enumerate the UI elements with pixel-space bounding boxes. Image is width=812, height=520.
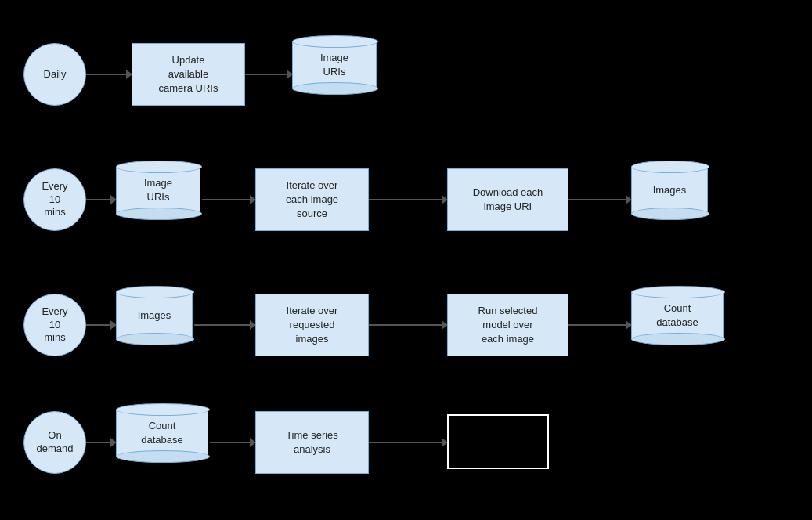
output-empty	[447, 414, 549, 469]
arrow-1a	[86, 74, 132, 75]
process-iterate-image-source: Iterate overeach imagesource	[255, 168, 369, 231]
db-image-uris-1: ImageURIs	[292, 35, 378, 95]
trigger-circle-on-demand: Ondemand	[23, 411, 86, 474]
trigger-circle-daily: Daily	[23, 43, 86, 106]
empty-rect	[447, 414, 549, 469]
trigger-on-demand: Ondemand	[23, 411, 86, 474]
process-rect-6: Time seriesanalysis	[255, 411, 369, 474]
db-image-uris-2: ImageURIs	[116, 161, 202, 220]
process-run-model: Run selectedmodel overeach image	[447, 294, 568, 356]
db-count-2: Countdatabase	[116, 403, 210, 463]
process-update-camera-uris: Updateavailablecamera URIs	[132, 43, 245, 106]
trigger-circle-10mins-2: Every10mins	[23, 294, 86, 356]
db-count-1: Countdatabase	[631, 286, 725, 345]
diagram: Daily Updateavailablecamera URIs ImageUR…	[0, 0, 812, 520]
arrow-3d	[568, 324, 631, 326]
process-iterate-requested: Iterate overrequestedimages	[255, 294, 369, 356]
trigger-every-10-mins-2: Every10mins	[23, 294, 86, 356]
db-images-1: Images	[631, 161, 709, 220]
arrow-1b	[245, 74, 292, 75]
process-download-image: Download eachimage URI	[447, 168, 568, 231]
process-time-series: Time seriesanalysis	[255, 411, 369, 474]
trigger-every-10-mins-1: Every10mins	[23, 168, 86, 231]
process-rect-4: Iterate overrequestedimages	[255, 294, 369, 356]
arrow-4a	[86, 442, 116, 443]
process-rect-5: Run selectedmodel overeach image	[447, 294, 568, 356]
arrow-4c	[369, 442, 447, 443]
arrow-4b	[210, 442, 255, 443]
arrow-2d	[568, 199, 631, 200]
process-rect-2: Iterate overeach imagesource	[255, 168, 369, 231]
arrow-3b	[194, 324, 255, 326]
arrow-3a	[86, 324, 116, 326]
process-rect: Updateavailablecamera URIs	[132, 43, 245, 106]
trigger-circle-10mins-1: Every10mins	[23, 168, 86, 231]
arrow-2c	[369, 199, 447, 200]
arrow-2b	[202, 199, 255, 200]
db-images-2: Images	[116, 286, 194, 345]
process-rect-3: Download eachimage URI	[447, 168, 568, 231]
arrow-2a	[86, 199, 116, 200]
arrow-3c	[369, 324, 447, 326]
trigger-daily: Daily	[23, 43, 86, 106]
